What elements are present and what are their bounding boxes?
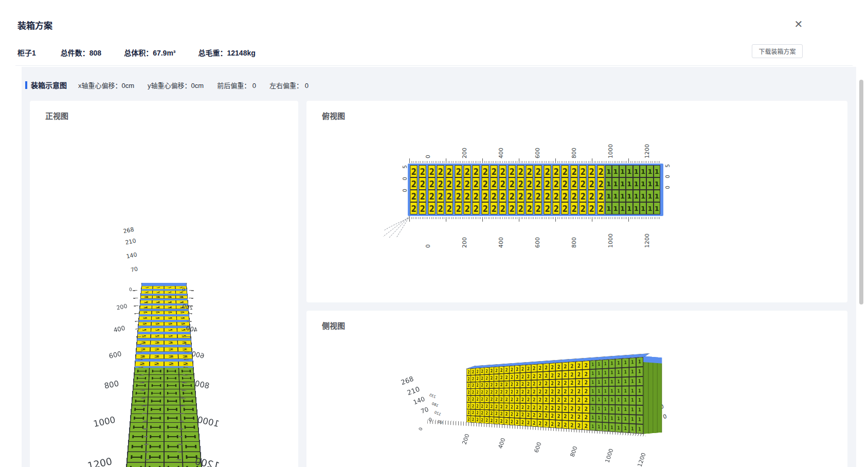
top-view-axis-label: 1200: [644, 224, 650, 248]
top-view-axis-label: 800: [571, 135, 577, 158]
top-view-axis-label: 400: [498, 224, 504, 248]
side-view-title: 侧视图: [322, 320, 345, 331]
top-view-width-label-fragment: 0: [665, 175, 671, 178]
box-label-mark: [149, 445, 161, 448]
box-label-mark: [151, 400, 161, 402]
side-right-axis-label: 0: [662, 413, 668, 421]
side-view-front-face: 2222222222222222222222222222222222222222…: [466, 357, 643, 434]
box-label-mark: [149, 455, 161, 459]
top-view-axis-label: 1000: [607, 224, 614, 248]
side-bottom-axis-label: 200: [461, 433, 471, 445]
side-bottom-axis-label: 400: [497, 437, 507, 450]
front-right-axis-label: 1200: [194, 455, 221, 467]
front-view-title: 正视图: [45, 110, 68, 121]
close-icon[interactable]: ✕: [792, 17, 805, 31]
box-label-mark: [131, 455, 142, 459]
box-label-mark: [151, 408, 161, 411]
box-label-mark: [150, 435, 161, 438]
box-label-mark: [185, 435, 196, 438]
y-offset: y轴重心偏移：0cm: [148, 80, 204, 90]
box-label-mark: [150, 425, 161, 428]
top-view-axis-label: 1200: [644, 135, 650, 158]
perspective-guide-lines: [382, 215, 411, 241]
top-view-green-boxes: 11111111111111111111111111111111: [605, 165, 660, 214]
box-label-mark: [185, 445, 197, 448]
dialog-body: 装箱示意图 x轴重心偏移：0cm y轴重心偏移：0cm 前后偏重： 0 左右偏重…: [22, 67, 856, 467]
top-view-title: 俯视图: [322, 110, 345, 121]
top-view-axis-label: 1000: [607, 135, 614, 158]
top-view-axis-label: 0: [425, 224, 431, 248]
top-view-width-label-fragment: 0: [402, 189, 408, 192]
top-view-upper-ticks: [409, 158, 661, 163]
box-label-mark: [167, 384, 176, 387]
box-label-mark: [152, 377, 161, 380]
top-view-width-label-fragment: 0: [665, 186, 671, 189]
top-view-axis-label: 800: [571, 224, 577, 248]
box-label-mark: [167, 417, 178, 420]
side-view-card: 侧视图 235180120602351801206002222222222222…: [306, 311, 847, 467]
page-title: 装箱方案: [17, 19, 52, 31]
box-label-mark: [167, 435, 178, 438]
top-view-yellow-boxes: 2222222222222222222222222222222222222222…: [409, 165, 605, 214]
total-volume: 总体积：67.9m³: [124, 47, 175, 58]
top-view-width-label-fragment: 5: [665, 164, 671, 167]
x-offset: x轴重心偏移：0cm: [78, 80, 134, 90]
box-label-mark: [167, 392, 177, 394]
download-plan-button[interactable]: 下载装箱方案: [752, 44, 803, 58]
front-left-axis-label: 800: [103, 379, 120, 391]
box-label-mark: [167, 377, 176, 380]
box-label-mark: [167, 408, 178, 411]
box-label-mark: [151, 384, 161, 387]
top-view-lower-ticks: [409, 217, 661, 222]
box-label-mark: [167, 425, 178, 428]
front-left-axis-label: 600: [108, 350, 122, 360]
box-label-mark: [167, 400, 177, 402]
front-left-axis-label: 1000: [93, 415, 116, 429]
vertical-scrollbar[interactable]: [859, 80, 863, 304]
left-right-bias: 左右偏重： 0: [269, 80, 309, 90]
top-view-axis-label: 600: [534, 224, 541, 248]
top-view-axis-label: 600: [534, 135, 541, 158]
box-label-mark: [151, 392, 161, 394]
top-view-axis-label: 200: [461, 135, 468, 158]
diagram-title: 装箱示意图: [31, 80, 67, 90]
top-view-width-label-fragment: 0: [402, 177, 408, 180]
front-left-axis-label: 400: [113, 325, 125, 334]
box-label-mark: [131, 445, 143, 448]
top-view-card: 俯视图 222222222222222222222222222222222222…: [306, 101, 847, 302]
box-label-mark: [184, 425, 195, 428]
header-divider: [15, 65, 853, 66]
side-view-yellow-boxes: 2222222222222222222222222222222222222222…: [466, 361, 590, 430]
diagram-info-bar: 装箱示意图 x轴重心偏移：0cm y轴重心偏移：0cm 前后偏重： 0 左右偏重…: [25, 80, 322, 90]
side-bottom-axis-label: 1200: [636, 452, 647, 467]
box-label-mark: [133, 425, 144, 428]
total-weight: 总毛重：12148kg: [198, 47, 256, 58]
box-label-mark: [132, 435, 143, 438]
box-label-mark: [184, 417, 194, 420]
side-view-container: 2222222222222222222222222222222222222222…: [466, 357, 643, 434]
box-label-mark: [167, 370, 176, 372]
summary-row: 柜子1 总件数：808 总体积：67.9m³ 总毛重：12148kg: [17, 46, 278, 59]
side-bottom-axis-label: 800: [569, 445, 579, 458]
side-bottom-axis-label: 600: [533, 441, 543, 454]
box-label-mark: [152, 370, 161, 372]
front-view-green-boxes: [126, 368, 202, 467]
top-view-axis-label: 400: [498, 135, 504, 158]
side-bottom-axis-label: 1000: [604, 448, 614, 464]
top-view-container: 2222222222222222222222222222222222222222…: [408, 164, 663, 216]
top-view-width-label-fragment: 5: [402, 165, 408, 168]
front-view-card: 正视图 222222222222222222222222222222222222…: [30, 101, 298, 467]
front-left-axis-label: 1200: [86, 455, 113, 467]
container-roof: [466, 353, 649, 369]
front-back-bias: 前后偏重： 0: [217, 80, 256, 90]
total-pieces: 总件数：808: [61, 47, 101, 58]
top-view-axis-label: 200: [461, 224, 468, 248]
side-view-chart: 2222222222222222222222222222222222222222…: [355, 357, 643, 434]
side-view-green-boxes: 1111111111111111111111111111111111111111…: [590, 357, 643, 434]
packing-plan-dialog: 装箱方案 ✕ 柜子1 总件数：808 总体积：67.9m³ 总毛重：12148k…: [0, 0, 868, 467]
container-end-face: [643, 356, 662, 434]
accent-bar: [25, 81, 27, 89]
box-label-mark: [150, 417, 161, 420]
cabinet-label: 柜子1: [17, 47, 36, 58]
top-view-axis-label: 0: [425, 135, 431, 158]
